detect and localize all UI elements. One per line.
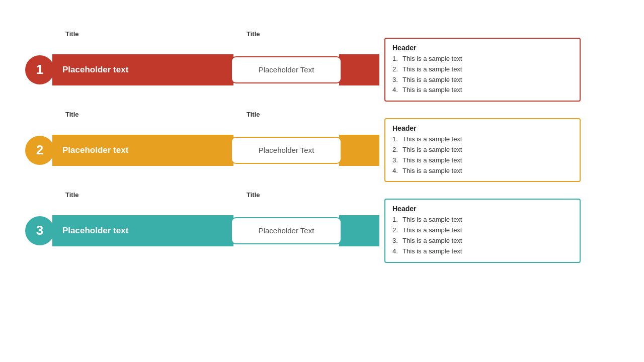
info-list-1: This is a sample textThis is a sample te… [392,54,573,96]
label-group-2: TitleTitle [25,111,619,118]
arrow-rect-3: Placeholder text [52,215,233,246]
row-1: 1Placeholder textPlaceholder TextHeaderT… [25,38,619,102]
label-left-1: Title [25,30,242,38]
info-item-2-2: This is a sample text [392,145,573,155]
arrow2-rect-1 [339,54,379,85]
arrow2-rect-2 [339,135,379,166]
label-group-3: TitleTitle [25,191,619,199]
info-list-3: This is a sample textThis is a sample te… [392,215,573,256]
info-box-2: HeaderThis is a sample textThis is a sam… [384,118,581,182]
info-header-2: Header [392,124,573,132]
middle-box-2: Placeholder Text [231,137,342,164]
info-list-2: This is a sample textThis is a sample te… [392,134,573,176]
info-item-3-4: This is a sample text [392,246,573,257]
label-group-1: TitleTitle [25,30,619,38]
info-item-2-3: This is a sample text [392,155,573,166]
slide: TitleTitle1Placeholder textPlaceholder T… [0,0,644,362]
info-item-3-1: This is a sample text [392,215,573,225]
label-left-3: Title [25,191,242,199]
middle-box-1: Placeholder Text [231,56,342,83]
label-middle-2: Title [242,111,372,118]
rows-container: TitleTitle1Placeholder textPlaceholder T… [25,30,619,263]
label-left-2: Title [25,111,242,118]
number-circle-1: 1 [25,55,54,84]
info-box-1: HeaderThis is a sample textThis is a sam… [384,38,581,102]
arrow-rect-2: Placeholder text [52,135,233,166]
info-item-1-3: This is a sample text [392,75,573,85]
middle-box-3: Placeholder Text [231,217,342,244]
info-item-2-1: This is a sample text [392,134,573,145]
row-wrapper-2: TitleTitle2Placeholder textPlaceholder T… [25,111,619,182]
info-header-3: Header [392,205,573,213]
info-item-3-3: This is a sample text [392,236,573,246]
arrow-text-3: Placeholder text [62,226,128,236]
info-item-1-4: This is a sample text [392,85,573,96]
arrow-text-2: Placeholder text [62,145,128,155]
info-item-1-2: This is a sample text [392,64,573,75]
label-middle-1: Title [242,30,372,38]
info-header-1: Header [392,44,573,52]
number-circle-3: 3 [25,216,54,245]
arrow-text-1: Placeholder text [62,65,128,75]
row-2: 2Placeholder textPlaceholder TextHeaderT… [25,118,619,182]
arrow-rect-1: Placeholder text [52,54,233,85]
number-circle-2: 2 [25,136,54,165]
info-item-1-1: This is a sample text [392,54,573,64]
info-item-2-4: This is a sample text [392,166,573,176]
arrow2-rect-3 [339,215,379,246]
label-middle-3: Title [242,191,372,199]
row-3: 3Placeholder textPlaceholder TextHeaderT… [25,199,619,262]
info-box-3: HeaderThis is a sample textThis is a sam… [384,199,581,262]
row-wrapper-1: TitleTitle1Placeholder textPlaceholder T… [25,30,619,102]
info-item-3-2: This is a sample text [392,225,573,236]
row-wrapper-3: TitleTitle3Placeholder textPlaceholder T… [25,191,619,262]
